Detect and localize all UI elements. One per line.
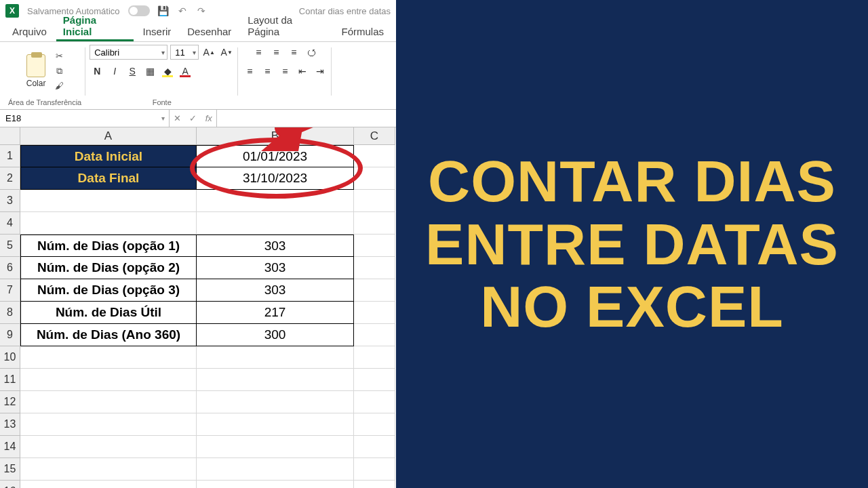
align-right-icon[interactable]: ≡ [277, 64, 292, 79]
cell-B6[interactable]: 303 [197, 257, 354, 279]
underline-button[interactable]: S [125, 64, 140, 79]
tab-pagina-inicial[interactable]: Página Inicial [56, 12, 134, 41]
name-box[interactable]: E18 [0, 110, 170, 127]
row-header[interactable]: 3 [0, 190, 20, 212]
row-header[interactable]: 13 [0, 413, 20, 436]
cell-A13[interactable] [20, 413, 197, 436]
row-header[interactable]: 16 [0, 481, 20, 488]
cell-C9[interactable] [354, 324, 395, 346]
fx-cancel-icon[interactable]: ✕ [174, 113, 181, 123]
cell-A4[interactable] [20, 212, 197, 235]
cell-C3[interactable] [354, 190, 395, 212]
cell-A2[interactable]: Data Final [20, 167, 197, 190]
align-bottom-icon[interactable]: ≡ [286, 45, 301, 60]
cell-A10[interactable] [20, 346, 197, 369]
cell-A7[interactable]: Núm. de Dias (opção 3) [20, 279, 197, 302]
copy-icon[interactable]: ⧉ [52, 65, 66, 77]
cell-C10[interactable] [354, 346, 395, 369]
italic-button[interactable]: I [107, 64, 122, 79]
tab-arquivo[interactable]: Arquivo [5, 23, 54, 41]
cell-B9[interactable]: 300 [197, 324, 354, 346]
fill-color-icon[interactable]: ◆ [160, 64, 175, 79]
cell-C16[interactable] [354, 481, 395, 488]
cell-B14[interactable] [197, 436, 354, 458]
cell-A5[interactable]: Núm. de Dias (opção 1) [20, 235, 197, 257]
cell-A16[interactable] [20, 481, 197, 488]
cell-C5[interactable] [354, 235, 395, 257]
bold-button[interactable]: N [90, 64, 104, 79]
cell-B10[interactable] [197, 346, 354, 369]
row-header[interactable]: 10 [0, 346, 20, 369]
cell-B8[interactable]: 217 [197, 302, 354, 324]
row-header[interactable]: 6 [0, 257, 20, 279]
cell-C6[interactable] [354, 257, 395, 279]
cell-C8[interactable] [354, 302, 395, 324]
increase-font-icon[interactable]: A▲ [201, 45, 216, 60]
cell-A15[interactable] [20, 458, 197, 481]
cell-B4[interactable] [197, 212, 354, 235]
cell-A6[interactable]: Núm. de Dias (opção 2) [20, 257, 197, 279]
cell-A9[interactable]: Núm. de Dias (Ano 360) [20, 324, 197, 346]
row-header[interactable]: 4 [0, 212, 20, 235]
cell-B1[interactable]: 01/01/2023 [197, 145, 354, 167]
fx-icon[interactable]: fx [205, 113, 212, 123]
row-header[interactable]: 15 [0, 458, 20, 481]
cell-C15[interactable] [354, 458, 395, 481]
col-header-A[interactable]: A [20, 127, 197, 145]
align-left-icon[interactable]: ≡ [242, 64, 257, 79]
cell-B12[interactable] [197, 391, 354, 413]
cell-C14[interactable] [354, 436, 395, 458]
align-center-icon[interactable]: ≡ [260, 64, 275, 79]
cell-A8[interactable]: Núm. de Dias Útil [20, 302, 197, 324]
autosave-toggle[interactable] [128, 5, 150, 16]
undo-icon[interactable]: ↶ [177, 5, 188, 16]
row-header[interactable]: 11 [0, 369, 20, 391]
align-top-icon[interactable]: ≡ [251, 45, 266, 60]
borders-icon[interactable]: ▦ [142, 64, 157, 79]
row-header[interactable]: 5 [0, 235, 20, 257]
cell-C4[interactable] [354, 212, 395, 235]
tab-formulas[interactable]: Fórmulas [334, 23, 391, 41]
format-painter-icon[interactable]: 🖌 [52, 80, 66, 92]
cell-C12[interactable] [354, 391, 395, 413]
spreadsheet-grid[interactable]: A B C 1 2 3 4 5 6 7 8 9 10 11 12 13 14 1… [0, 127, 396, 488]
tab-desenhar[interactable]: Desenhar [180, 23, 238, 41]
cell-B5[interactable]: 303 [197, 235, 354, 257]
decrease-font-icon[interactable]: A▼ [219, 45, 234, 60]
row-header[interactable]: 7 [0, 279, 20, 302]
font-color-icon[interactable]: A [178, 64, 193, 79]
indent-decrease-icon[interactable]: ⇤ [295, 64, 310, 79]
cut-icon[interactable]: ✂ [52, 50, 66, 62]
tab-inserir[interactable]: Inserir [136, 23, 178, 41]
cell-B11[interactable] [197, 369, 354, 391]
row-header[interactable]: 1 [0, 145, 20, 167]
tab-layout[interactable]: Layout da Página [241, 12, 332, 41]
font-size-combo[interactable]: 11 [170, 45, 199, 60]
cell-B13[interactable] [197, 413, 354, 436]
cell-A1[interactable]: Data Inicial [20, 145, 197, 167]
formula-input[interactable] [217, 110, 396, 127]
cell-C11[interactable] [354, 369, 395, 391]
indent-increase-icon[interactable]: ⇥ [313, 64, 328, 79]
col-header-C[interactable]: C [354, 127, 395, 145]
row-header[interactable]: 8 [0, 302, 20, 324]
cell-A3[interactable] [20, 190, 197, 212]
cell-B15[interactable] [197, 458, 354, 481]
save-icon[interactable]: 💾 [158, 5, 169, 16]
col-header-B[interactable]: B [197, 127, 354, 145]
row-header[interactable]: 14 [0, 436, 20, 458]
align-middle-icon[interactable]: ≡ [269, 45, 283, 60]
fx-confirm-icon[interactable]: ✓ [189, 113, 197, 123]
cell-C2[interactable] [354, 167, 395, 190]
cell-B7[interactable]: 303 [197, 279, 354, 302]
cell-A14[interactable] [20, 436, 197, 458]
orientation-icon[interactable]: ⭯ [304, 45, 319, 60]
cell-A11[interactable] [20, 369, 197, 391]
cell-A12[interactable] [20, 391, 197, 413]
cell-C1[interactable] [354, 145, 395, 167]
row-header[interactable]: 9 [0, 324, 20, 346]
cell-C7[interactable] [354, 279, 395, 302]
cell-B2[interactable]: 31/10/2023 [197, 167, 354, 190]
cell-B3[interactable] [197, 190, 354, 212]
redo-icon[interactable]: ↷ [196, 5, 207, 16]
